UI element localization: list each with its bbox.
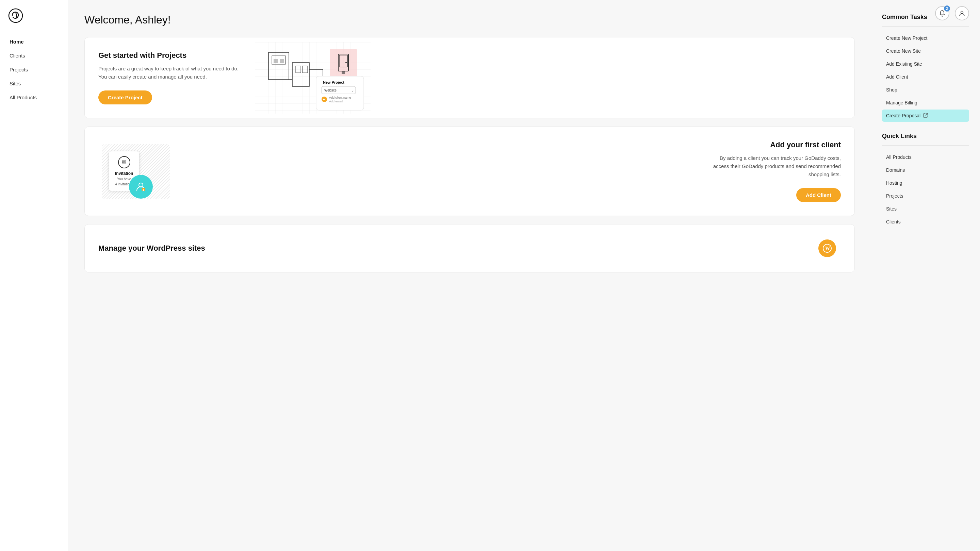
task-shop[interactable]: Shop <box>882 84 969 96</box>
common-tasks-divider <box>882 26 969 27</box>
task-shop-label: Shop <box>886 87 897 92</box>
svg-point-0 <box>9 9 22 22</box>
wordpress-card: Manage your WordPress sites W <box>84 224 855 272</box>
ql-projects-label: Projects <box>886 193 904 198</box>
page-title: Welcome, Ashley! <box>84 14 855 26</box>
task-add-existing-site-label: Add Existing Site <box>886 61 922 67</box>
nav-menu: Home Clients Projects Sites All Products <box>0 35 68 104</box>
task-manage-billing[interactable]: Manage Billing <box>882 97 969 109</box>
ql-projects[interactable]: Projects <box>882 190 969 202</box>
wordpress-card-title: Manage your WordPress sites <box>98 244 814 253</box>
svg-point-32 <box>961 11 963 14</box>
ql-all-products[interactable]: All Products <box>882 151 969 163</box>
svg-rect-4 <box>274 59 278 63</box>
invitation-sub1: You have <box>117 177 131 181</box>
svg-rect-17 <box>342 71 345 74</box>
sidebar-item-projects[interactable]: Projects <box>5 63 62 76</box>
wordpress-card-icon: W <box>814 238 841 259</box>
clients-card-illustration: ✉ Invitation You have 4 invitations 1 <box>85 127 187 216</box>
sidebar-item-clients[interactable]: Clients <box>5 49 62 62</box>
sidebar-item-sites[interactable]: Sites <box>5 77 62 90</box>
invitation-title: Invitation <box>115 171 133 176</box>
notifications-button[interactable]: 2 <box>935 6 950 21</box>
wordpress-card-content: Manage your WordPress sites <box>98 244 814 253</box>
ql-clients-label: Clients <box>886 219 901 224</box>
projects-card-illustration: New Project Website ⌄ + Add client name … <box>255 37 371 118</box>
task-add-client[interactable]: Add Client <box>882 71 969 83</box>
header-icons: 2 <box>935 6 969 21</box>
right-panel: Common Tasks Create New Project Create N… <box>871 0 980 551</box>
svg-text:W: W <box>825 246 830 251</box>
add-client-button[interactable]: Add Client <box>796 188 841 202</box>
mail-icon: ✉ <box>118 156 130 168</box>
ql-domains[interactable]: Domains <box>882 164 969 176</box>
invitation-wrapper: ✉ Invitation You have 4 invitations 1 <box>102 144 170 198</box>
task-create-new-project[interactable]: Create New Project <box>882 32 969 44</box>
ql-hosting-label: Hosting <box>886 180 902 186</box>
task-add-existing-site[interactable]: Add Existing Site <box>882 58 969 70</box>
projects-card: Get started with Projects Projects are a… <box>84 37 855 118</box>
main-content: Welcome, Ashley! Get started with Projec… <box>68 0 871 551</box>
notification-count: 2 <box>944 5 950 11</box>
svg-text:⌄: ⌄ <box>351 89 354 92</box>
ql-hosting[interactable]: Hosting <box>882 177 969 189</box>
quick-links-section: Quick Links All Products Domains Hosting… <box>882 133 969 228</box>
task-create-proposal-label: Create Proposal <box>886 113 920 118</box>
svg-text:New Project: New Project <box>323 80 344 84</box>
clients-card-title: Add your first client <box>770 140 841 149</box>
svg-text:+: + <box>323 98 325 102</box>
ql-sites-label: Sites <box>886 206 897 211</box>
clients-card-content: Add your first client By adding a client… <box>187 127 854 216</box>
create-project-button[interactable]: Create Project <box>98 91 152 105</box>
ql-clients[interactable]: Clients <box>882 216 969 228</box>
sidebar-item-home[interactable]: Home <box>5 35 62 48</box>
sidebar: Home Clients Projects Sites All Products <box>0 0 68 551</box>
svg-point-16 <box>345 62 347 63</box>
quick-links-divider <box>882 145 969 146</box>
ql-all-products-label: All Products <box>886 154 912 160</box>
projects-card-description: Projects are a great way to keep track o… <box>98 65 241 81</box>
task-create-proposal[interactable]: Create Proposal <box>882 110 969 122</box>
svg-text:Website: Website <box>324 89 337 92</box>
projects-card-content: Get started with Projects Projects are a… <box>85 37 255 118</box>
task-create-new-site[interactable]: Create New Site <box>882 45 969 57</box>
task-add-client-label: Add Client <box>886 74 908 79</box>
external-link-icon <box>923 113 929 118</box>
svg-text:1: 1 <box>143 188 144 192</box>
task-manage-billing-label: Manage Billing <box>886 100 917 105</box>
svg-text:Add client name: Add client name <box>329 96 351 99</box>
common-tasks-section: Common Tasks Create New Project Create N… <box>882 14 969 122</box>
task-create-new-project-label: Create New Project <box>886 35 927 41</box>
teal-badge: 1 <box>129 175 153 198</box>
user-profile-button[interactable] <box>955 6 969 21</box>
projects-card-title: Get started with Projects <box>98 51 241 60</box>
clients-card-description: By adding a client you can track your Go… <box>711 154 841 179</box>
logo[interactable] <box>0 8 68 35</box>
clients-card: ✉ Invitation You have 4 invitations 1 Ad… <box>84 127 855 216</box>
sidebar-item-all-products[interactable]: All Products <box>5 91 62 104</box>
svg-rect-5 <box>280 59 284 63</box>
ql-sites[interactable]: Sites <box>882 203 969 215</box>
svg-text:Add email: Add email <box>329 100 343 103</box>
quick-links-title: Quick Links <box>882 133 969 140</box>
task-create-new-site-label: Create New Site <box>886 48 921 54</box>
ql-domains-label: Domains <box>886 167 905 173</box>
